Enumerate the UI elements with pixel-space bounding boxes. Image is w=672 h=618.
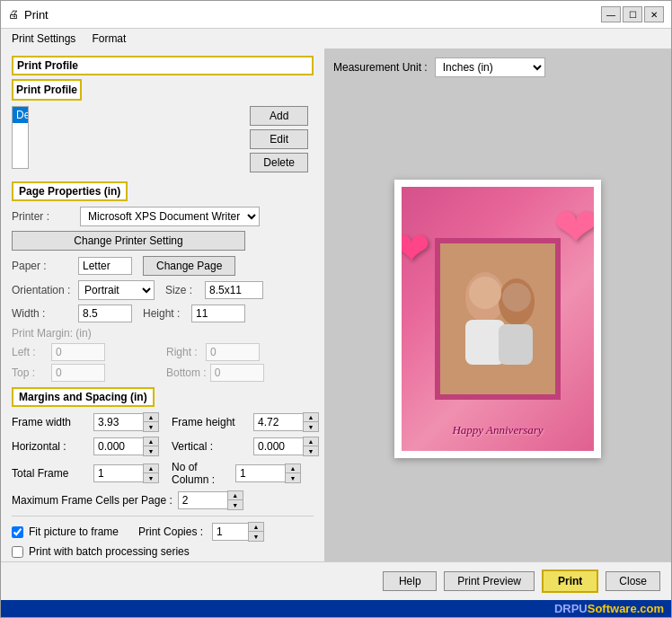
margin-left-input[interactable] [51, 343, 105, 361]
print-profile-section: Print Profile Print Profile Default.drp … [12, 56, 314, 172]
print-copies-down[interactable]: ▼ [249, 532, 263, 541]
change-page-button[interactable]: Change Page [143, 256, 235, 276]
right-panel: Measurement Unit : Inches (in) Centimete… [324, 49, 671, 561]
width-input[interactable] [78, 305, 132, 322]
frame-width-down[interactable]: ▼ [144, 422, 158, 431]
preview-photo-frame [435, 238, 561, 400]
page-properties-header: Page Properties (in) [19, 185, 120, 198]
max-frame-row: Maximum Frame Cells per Page : ▲ ▼ [12, 490, 314, 510]
profile-item-default[interactable]: Default.drp [13, 107, 28, 123]
menu-print-settings[interactable]: Print Settings [8, 31, 79, 47]
fit-picture-checkbox[interactable] [12, 526, 23, 538]
help-button[interactable]: Help [383, 571, 437, 591]
add-profile-button[interactable]: Add [250, 106, 308, 126]
no-of-column-down[interactable]: ▼ [286, 473, 300, 482]
print-margin-header: Print Margin: (in) [12, 327, 314, 340]
horizontal-spinner: ▲ ▼ [93, 437, 159, 456]
total-frame-spinner: ▲ ▼ [93, 464, 159, 483]
no-of-column-up[interactable]: ▲ [286, 464, 300, 473]
margins-spacing-section: Margins and Spacing (in) Frame width ▲ ▼… [12, 387, 314, 510]
frame-width-up[interactable]: ▲ [144, 413, 158, 422]
close-window-button[interactable]: ✕ [644, 6, 664, 22]
frame-width-label: Frame width [12, 416, 88, 428]
measurement-row: Measurement Unit : Inches (in) Centimete… [333, 57, 554, 77]
horizontal-up[interactable]: ▲ [144, 437, 158, 446]
margin-top-item: Top : [12, 364, 159, 382]
height-input[interactable] [191, 305, 245, 322]
margins-spacing-header: Margins and Spacing (in) [19, 391, 147, 403]
max-frame-input[interactable] [178, 491, 227, 509]
frame-height-input[interactable] [253, 413, 303, 431]
measurement-label: Measurement Unit : [333, 61, 428, 74]
menu-format[interactable]: Format [88, 31, 129, 47]
heart-left-icon: ❤ [394, 223, 430, 275]
print-copies-label: Print Copies : [138, 525, 203, 538]
size-label: Size : [165, 284, 201, 296]
margin-bottom-label: Bottom : [166, 366, 207, 379]
edit-profile-button[interactable]: Edit [250, 129, 308, 149]
vertical-input[interactable] [253, 437, 303, 455]
max-frame-up[interactable]: ▲ [228, 491, 243, 500]
print-copies-up[interactable]: ▲ [249, 523, 263, 532]
maximize-button[interactable]: ☐ [623, 6, 642, 22]
print-profile-label: Print Profile [16, 84, 77, 96]
vertical-down[interactable]: ▼ [304, 446, 318, 455]
print-profile-box: Print Profile [12, 79, 82, 101]
brand-drpu: DRPU [554, 602, 588, 615]
couple-photo-svg [440, 243, 555, 394]
total-frame-up[interactable]: ▲ [144, 464, 158, 473]
vertical-up[interactable]: ▲ [304, 437, 318, 446]
page-properties-header-box: Page Properties (in) [12, 181, 128, 201]
batch-processing-checkbox[interactable] [12, 546, 23, 558]
max-frame-down[interactable]: ▼ [228, 500, 243, 509]
margin-right-item: Right : [166, 343, 314, 361]
margins-grid: Left : Right : Top : Bottom : [12, 343, 314, 382]
total-frame-input[interactable] [93, 464, 143, 482]
horizontal-input[interactable] [93, 437, 143, 455]
print-copies-input[interactable] [212, 523, 248, 541]
print-preview-button[interactable]: Print Preview [444, 571, 535, 591]
svg-rect-4 [499, 324, 533, 365]
main-content: Print Profile Print Profile Default.drp … [1, 49, 671, 561]
no-of-column-input[interactable] [235, 464, 285, 482]
total-frame-label: Total Frame [12, 467, 88, 480]
horizontal-label: Horizontal : [12, 440, 88, 453]
vertical-spinner: ▲ ▼ [253, 437, 319, 456]
margin-bottom-item: Bottom : [166, 364, 314, 382]
print-profile-header-box: Print Profile [12, 56, 314, 75]
margin-bottom-input[interactable] [210, 364, 264, 382]
minimize-button[interactable]: — [601, 6, 621, 22]
frame-width-input[interactable] [93, 413, 143, 431]
profile-list[interactable]: Default.drp [12, 106, 29, 169]
divider-1 [12, 516, 314, 516]
frame-height-down[interactable]: ▼ [304, 422, 318, 431]
size-input[interactable] [205, 281, 263, 299]
fit-picture-label: Fit picture to frame [29, 525, 119, 538]
horizontal-down[interactable]: ▼ [144, 446, 158, 455]
printer-select[interactable]: Microsoft XPS Document Writer [80, 207, 260, 226]
change-printer-button[interactable]: Change Printer Setting [12, 231, 245, 251]
measurement-select[interactable]: Inches (in) Centimeters (cm) Millimeters… [435, 57, 545, 77]
horizontal-vertical-row: Horizontal : ▲ ▼ Vertical : [12, 437, 314, 456]
delete-profile-button[interactable]: Delete [250, 153, 308, 172]
max-frame-label: Maximum Frame Cells per Page : [12, 494, 172, 507]
orientation-select[interactable]: Portrait Landscape [78, 280, 155, 300]
close-button[interactable]: Close [606, 571, 660, 591]
svg-point-5 [469, 277, 501, 309]
brand-bar: DRPUSoftware.com [1, 600, 671, 617]
page-properties-section: Page Properties (in) Printer : Microsoft… [12, 181, 314, 561]
print-margin-section: Print Margin: (in) Left : Right : Top : [12, 327, 314, 382]
title-bar: 🖨 Print — ☐ ✕ [1, 1, 671, 29]
brand-software: Software.com [588, 602, 664, 615]
paper-input[interactable] [78, 257, 132, 275]
total-frame-down[interactable]: ▼ [144, 473, 158, 482]
margin-right-input[interactable] [206, 343, 260, 361]
paper-row: Paper : Change Page [12, 256, 314, 276]
profile-section-inner: Default.drp Add Edit Delete [12, 106, 314, 172]
frame-height-up[interactable]: ▲ [304, 413, 318, 422]
print-button[interactable]: Print [542, 569, 598, 593]
left-panel: Print Profile Print Profile Default.drp … [1, 49, 324, 561]
menu-bar: Print Settings Format [1, 29, 671, 49]
profile-buttons: Add Edit Delete [250, 106, 308, 172]
margin-top-input[interactable] [51, 364, 105, 382]
